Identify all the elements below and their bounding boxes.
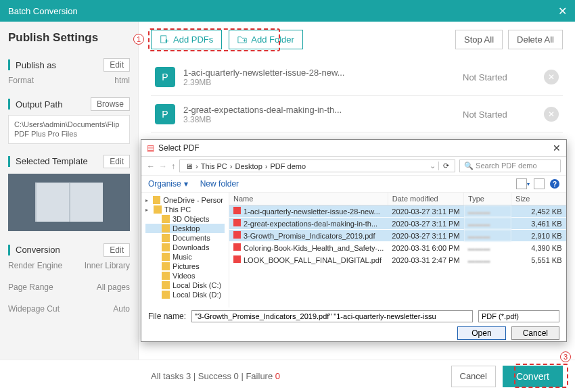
conv-v0: Inner Library: [85, 261, 130, 270]
browse-button[interactable]: Browse: [91, 97, 130, 111]
pdf-icon: P: [155, 104, 175, 124]
cancel-button[interactable]: Cancel: [451, 366, 496, 387]
folder-icon: [162, 215, 170, 223]
file-dialog-row[interactable]: Coloring-Book-Kids_Health_and_Safety-...…: [229, 242, 566, 254]
file-size: 3.38MB: [183, 115, 463, 124]
tree-node[interactable]: Videos: [145, 271, 225, 280]
file-row[interactable]: P2-great-expectations-deal-making-in-th.…: [151, 96, 563, 133]
publish-as-edit-button[interactable]: Edit: [104, 58, 130, 72]
section-conversion: Conversion Edit: [8, 243, 130, 257]
help-icon[interactable]: ?: [550, 179, 559, 189]
tree-node[interactable]: ▸This PC: [145, 205, 225, 214]
conv-k0: Render Engine: [8, 261, 62, 270]
publish-as-label: Publish as: [16, 60, 104, 70]
file-status: Not Started: [463, 72, 544, 82]
conversion-label: Conversion: [16, 245, 104, 255]
pdf-file-icon: [233, 255, 241, 263]
folder-icon: [162, 272, 170, 280]
folder-icon: [162, 243, 170, 251]
section-output-path: Output Path Browse: [8, 97, 130, 111]
preview-pane-icon[interactable]: [534, 178, 545, 189]
pc-icon: 🖥: [185, 162, 193, 170]
section-template: Selected Template Edit: [8, 155, 130, 168]
folder-icon: [154, 205, 162, 214]
task-summary: All tasks 3 | Success 0 | Failure 0: [151, 371, 280, 381]
file-name-input[interactable]: [191, 310, 473, 322]
folder-icon: [162, 291, 170, 299]
accent-bar: [8, 245, 10, 255]
folder-plus-icon: [237, 35, 247, 45]
breadcrumb[interactable]: 🖥 ›This PC ›Desktop ›PDF demo ⌄ ⟳: [179, 160, 455, 172]
file-dialog-row[interactable]: 1-aci-quarterly-newsletter-issue-28-new.…: [229, 205, 566, 218]
folder-icon: [162, 281, 170, 289]
dialog-close-icon[interactable]: ✕: [553, 143, 561, 153]
col-size[interactable]: Size: [511, 193, 566, 205]
file-row[interactable]: P1-aci-quarterly-newsletter-issue-28-new…: [151, 59, 563, 96]
tree-node[interactable]: Local Disk (C:): [145, 280, 225, 290]
file-open-dialog: ▤ Select PDF ✕ ← → ↑ 🖥 ›This PC ›Desktop…: [141, 139, 567, 342]
file-dialog-row[interactable]: 2-great-expectations-deal-making-in-th..…: [229, 218, 566, 230]
dialog-cancel-button[interactable]: Cancel: [511, 326, 559, 340]
tree-node[interactable]: Documents: [145, 233, 225, 243]
search-input[interactable]: 🔍 Search PDF demo: [459, 160, 561, 172]
dialog-pdf-icon: ▤: [147, 143, 154, 153]
folder-icon: [153, 196, 160, 204]
organise-menu[interactable]: Organise: [148, 179, 181, 189]
stop-all-button[interactable]: Stop All: [455, 30, 503, 49]
annotation-marker-3: 3: [560, 351, 571, 362]
add-folder-button[interactable]: Add Folder: [229, 30, 303, 49]
view-mode-icon[interactable]: [516, 178, 527, 189]
chevron-down-icon[interactable]: ⌄: [430, 162, 436, 170]
col-type[interactable]: Type: [464, 193, 511, 205]
file-type-select[interactable]: [478, 310, 559, 322]
tree-node[interactable]: ▸OneDrive - Persor: [145, 195, 225, 205]
folder-icon: [162, 262, 170, 270]
refresh-icon[interactable]: ⟳: [438, 162, 449, 170]
nav-back-icon[interactable]: ←: [147, 162, 155, 171]
delete-all-button[interactable]: Delete All: [508, 30, 563, 49]
folder-tree[interactable]: ▸OneDrive - Persor▸This PC3D ObjectsDesk…: [141, 193, 229, 308]
pdf-file-icon: [233, 219, 241, 226]
convert-button[interactable]: Convert: [503, 366, 563, 387]
add-pdfs-button[interactable]: Add PDFs: [151, 30, 222, 49]
nav-forward-icon[interactable]: →: [159, 162, 167, 171]
tree-node[interactable]: Desktop: [145, 224, 225, 233]
file-dialog-row[interactable]: 3-Growth_Promise_Indicators_2019.pdf2020…: [229, 230, 566, 242]
remove-file-icon[interactable]: ✕: [544, 70, 559, 84]
file-size: 2.39MB: [183, 78, 463, 87]
toolbar: Add PDFs Add Folder Stop All Delete All: [151, 30, 563, 49]
file-name: 2-great-expectations-deal-making-in-th..…: [183, 105, 463, 115]
accent-bar: [8, 156, 10, 167]
tree-node[interactable]: Downloads: [145, 243, 225, 252]
close-icon[interactable]: ✕: [558, 5, 567, 18]
sidebar-heading: Publish Settings: [8, 31, 130, 45]
template-edit-button[interactable]: Edit: [104, 155, 130, 168]
sidebar: Publish Settings Publish as Edit Format …: [0, 22, 139, 360]
accent-bar: [8, 59, 10, 70]
conv-k2: Widepage Cut: [8, 304, 60, 314]
file-listing[interactable]: Name Date modified Type Size 1-aci-quart…: [229, 193, 566, 308]
file-name: 1-aci-quarterly-newsletter-issue-28-new.…: [183, 68, 463, 78]
annotation-marker-1: 1: [133, 34, 144, 45]
tree-node[interactable]: Pictures: [145, 262, 225, 271]
tree-node[interactable]: Local Disk (D:): [145, 290, 225, 299]
output-path-label: Output Path: [16, 99, 91, 109]
format-value: html: [114, 76, 130, 85]
template-thumbnail[interactable]: [8, 174, 130, 231]
nav-up-icon[interactable]: ↑: [171, 162, 175, 171]
new-folder-button[interactable]: New folder: [200, 179, 239, 189]
col-name[interactable]: Name: [229, 193, 388, 205]
file-dialog-row[interactable]: LOOK_BOOK_FALL_FINAL_DIGITAL.pdf2020-03-…: [229, 254, 566, 266]
tree-node[interactable]: 3D Objects: [145, 214, 225, 224]
open-button[interactable]: Open: [457, 326, 505, 340]
window-titlebar: Batch Conversion ✕: [0, 0, 575, 22]
output-path-value: C:\Users\admin\Documents\Flip PDF Plus P…: [8, 115, 130, 144]
remove-file-icon[interactable]: ✕: [544, 107, 559, 122]
pdf-file-icon: [233, 207, 241, 214]
window-title: Batch Conversion: [8, 6, 78, 16]
tree-node[interactable]: Music: [145, 252, 225, 262]
conversion-edit-button[interactable]: Edit: [104, 243, 130, 257]
section-publish-as: Publish as Edit: [8, 58, 130, 72]
col-date[interactable]: Date modified: [388, 193, 463, 205]
add-pdfs-label: Add PDFs: [173, 34, 213, 45]
